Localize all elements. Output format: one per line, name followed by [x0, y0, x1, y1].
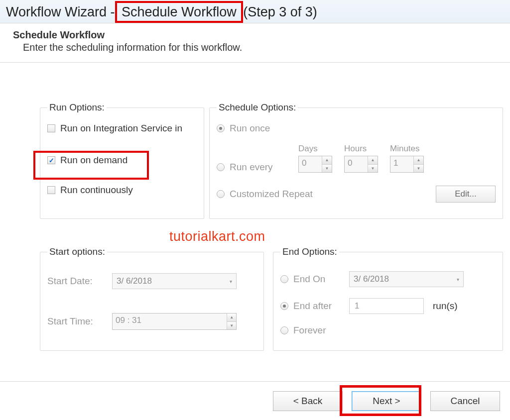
spinner-up-icon[interactable]: ▲: [322, 156, 332, 165]
radio-forever[interactable]: [280, 326, 288, 334]
value-start-time: 09 : 31: [113, 314, 227, 329]
value-start-date: 3/ 6/2018: [117, 276, 152, 286]
radio-run-every[interactable]: [217, 163, 225, 171]
value-minutes: 1: [390, 156, 413, 172]
start-options-group: Start options: Start Date: 3/ 6/2018 ▾ S…: [40, 246, 264, 351]
title-prefix: Workflow Wizard -: [6, 4, 115, 20]
label-forever: Forever: [293, 325, 326, 336]
wizard-step-title: Schedule Workflow: [13, 29, 504, 41]
spinner-down-icon[interactable]: ▼: [322, 165, 332, 173]
spinner-down-icon[interactable]: ▼: [368, 165, 378, 173]
highlight-run-on-demand: [33, 151, 149, 180]
checkbox-run-integration[interactable]: [47, 124, 55, 132]
title-suffix: (Step 3 of 3): [243, 4, 317, 20]
spinner-up-icon[interactable]: ▲: [368, 156, 378, 165]
value-end-on-date: 3/ 6/2018: [354, 274, 389, 284]
back-button[interactable]: < Back: [273, 391, 343, 411]
title-highlight: Schedule Workflow: [115, 1, 244, 23]
label-customized-repeat: Customized Repeat: [230, 189, 313, 200]
spinner-up-icon[interactable]: ▲: [414, 156, 423, 165]
checkbox-run-continuously[interactable]: [47, 186, 55, 194]
run-options-legend: Run Options:: [47, 102, 107, 113]
start-time-field[interactable]: 09 : 31 ▲▼: [112, 313, 237, 330]
spinner-up-icon[interactable]: ▲: [227, 314, 236, 322]
spinner-minutes[interactable]: 1 ▲▼: [390, 156, 424, 173]
wizard-header: Schedule Workflow Enter the scheduling i…: [0, 23, 510, 63]
label-run-continuously: Run continuously: [60, 185, 133, 196]
spinner-down-icon[interactable]: ▼: [414, 165, 423, 173]
start-options-legend: Start options:: [47, 246, 107, 257]
value-hours: 0: [345, 156, 368, 172]
label-days: Days: [298, 144, 332, 154]
label-hours: Hours: [344, 144, 378, 154]
watermark-text: tutorialkart.com: [169, 229, 265, 244]
end-after-field[interactable]: 1: [349, 298, 424, 314]
spinner-down-icon[interactable]: ▼: [227, 322, 236, 330]
wizard-footer: < Back Next > Cancel: [0, 381, 510, 420]
schedule-options-legend: Schedule Options:: [217, 102, 298, 113]
radio-customized-repeat[interactable]: [217, 190, 225, 198]
radio-run-once[interactable]: [217, 124, 225, 132]
start-date-field[interactable]: 3/ 6/2018 ▾: [112, 273, 237, 289]
wizard-step-desc: Enter the scheduling information for thi…: [13, 42, 504, 53]
label-minutes: Minutes: [390, 144, 424, 154]
dropdown-icon[interactable]: ▾: [457, 277, 459, 282]
dropdown-icon[interactable]: ▾: [230, 279, 232, 284]
radio-end-after[interactable]: [280, 302, 288, 310]
end-options-legend: End Options:: [280, 246, 339, 257]
next-button[interactable]: Next >: [352, 391, 421, 411]
schedule-options-group: Schedule Options: Run once Run every Day…: [209, 102, 503, 219]
radio-end-on[interactable]: [280, 275, 288, 283]
label-runs: run(s): [433, 301, 458, 312]
label-run-every: Run every: [230, 162, 273, 173]
cancel-button[interactable]: Cancel: [430, 391, 500, 411]
label-start-date: Start Date:: [47, 276, 102, 287]
spinner-days[interactable]: 0 ▲▼: [298, 156, 332, 173]
edit-button[interactable]: Edit...: [436, 186, 496, 203]
value-end-after: 1: [355, 301, 359, 311]
value-days: 0: [299, 156, 322, 172]
end-on-date-field[interactable]: 3/ 6/2018 ▾: [349, 271, 464, 287]
spinner-hours[interactable]: 0 ▲▼: [344, 156, 378, 173]
run-options-group: Run Options: Run on Integration Service …: [40, 102, 204, 219]
label-end-after: End after: [293, 301, 332, 312]
end-options-group: End Options: End On 3/ 6/2018 ▾ End afte…: [273, 246, 503, 351]
label-run-once: Run once: [230, 123, 270, 134]
label-end-on: End On: [293, 274, 325, 285]
label-start-time: Start Time:: [47, 316, 102, 327]
label-run-integration: Run on Integration Service in: [60, 123, 182, 134]
window-title: Workflow Wizard - Schedule Workflow (Ste…: [0, 0, 510, 23]
